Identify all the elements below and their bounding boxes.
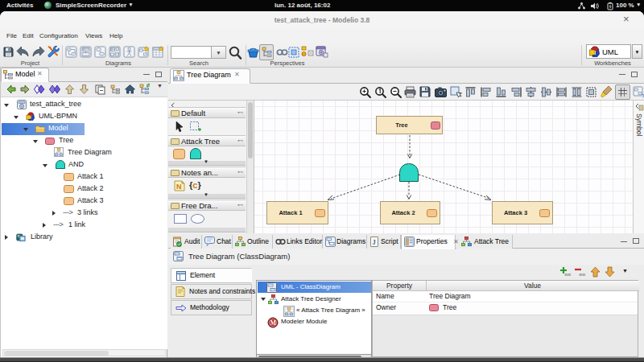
svg-text:«: « <box>568 271 572 278</box>
svg-text:N: N <box>176 183 182 191</box>
svg-text:M: M <box>270 319 276 326</box>
svg-text:«: « <box>582 271 586 278</box>
